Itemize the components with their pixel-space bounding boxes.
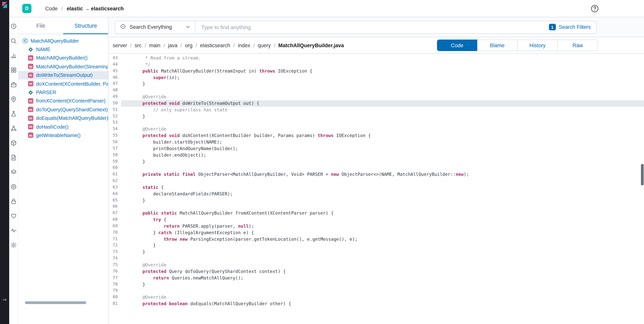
code-view-button[interactable]: Code (437, 40, 477, 51)
cube-icon[interactable] (10, 140, 17, 146)
chevron-down-icon (186, 24, 190, 31)
tab-file[interactable]: File (18, 17, 63, 34)
line-number[interactable]: 64 (109, 191, 121, 197)
bar-chart-icon[interactable] (10, 52, 17, 59)
line-number[interactable]: 76 (109, 268, 121, 275)
grid-icon[interactable] (10, 67, 17, 73)
pulse-icon[interactable] (10, 227, 17, 234)
clock-icon[interactable] (10, 23, 17, 30)
structure-item-dotoquery-queryshardcontext[interactable]: mdoToQuery(QueryShardContext) (18, 105, 108, 114)
briefcase-icon[interactable] (10, 81, 17, 88)
path-segment[interactable]: src (135, 43, 142, 48)
graph-nodes-icon[interactable] (10, 125, 17, 132)
line-number[interactable]: 74 (109, 255, 121, 262)
line-number[interactable]: 79 (109, 288, 121, 294)
line-number[interactable]: 69 (109, 223, 121, 230)
heart-icon[interactable] (10, 213, 17, 219)
search-input[interactable] (195, 21, 549, 33)
structure-item-matchallquerybuilder[interactable]: mMatchAllQueryBuilder() (18, 54, 108, 62)
line-number[interactable]: 53 (109, 120, 121, 126)
line-number[interactable]: 73 (109, 249, 121, 255)
line-number[interactable]: 47 (109, 81, 121, 87)
line-number[interactable]: 80 (109, 294, 121, 300)
line-number[interactable]: 71 (109, 236, 121, 242)
space-avatar[interactable]: D (22, 4, 32, 13)
code-line-text: @Override (121, 262, 644, 268)
gear-icon[interactable] (10, 242, 17, 248)
line-number[interactable]: 49 (109, 94, 121, 100)
line-number[interactable]: 52 (109, 113, 121, 120)
lock-icon[interactable] (10, 198, 17, 205)
horizontal-scrollbar[interactable] (25, 301, 86, 304)
line-number[interactable]: 65 (109, 197, 121, 204)
document-icon[interactable] (10, 154, 17, 161)
line-number[interactable]: 68 (109, 217, 121, 223)
breadcrumb-project[interactable]: elastic → elasticsearch (67, 6, 124, 11)
raw-view-button[interactable]: Raw (558, 40, 598, 51)
help-icon[interactable] (591, 5, 599, 13)
line-number[interactable]: 56 (109, 139, 121, 145)
structure-item-name[interactable]: NAME (18, 45, 108, 54)
path-segment[interactable]: java (168, 43, 178, 48)
tab-structure[interactable]: Structure (63, 17, 108, 34)
panel-tabs: File Structure (18, 17, 108, 34)
line-number[interactable]: 62 (109, 178, 121, 184)
path-segment[interactable]: index (238, 43, 250, 48)
line-number[interactable]: 75 (109, 262, 121, 268)
structure-item-getwriteablename[interactable]: mgetWriteableName() (18, 131, 108, 140)
code-line: 50 protected void doWriteTo(StreamOutput… (109, 100, 644, 107)
structure-item-matchallquerybuilder-streaminput[interactable]: mMatchAllQueryBuilder(StreamInput) (18, 62, 108, 71)
donut-icon[interactable] (10, 184, 17, 190)
code-line-text: * Read from a stream. (121, 55, 644, 61)
line-number[interactable]: 44 (109, 61, 121, 68)
search-filters-button[interactable]: 1 Search Filters (549, 24, 596, 30)
structure-item-doxcontent-xcontentbuilder-params[interactable]: mdoXContent(XContentBuilder, Params) (18, 79, 108, 88)
path-segment[interactable]: org (185, 43, 192, 48)
line-number[interactable]: 55 (109, 132, 121, 139)
line-number[interactable]: 57 (109, 145, 121, 152)
map-pin-icon[interactable] (10, 96, 17, 102)
breadcrumb-app[interactable]: Code (45, 6, 58, 11)
line-number[interactable]: 59 (109, 158, 121, 165)
line-number[interactable]: 63 (109, 184, 121, 191)
vertical-scrollbar[interactable] (641, 164, 644, 186)
search-scope-dropdown[interactable]: Search Everything (116, 21, 195, 33)
search-icon[interactable] (10, 38, 17, 44)
line-number[interactable]: 45 (109, 68, 121, 74)
beaker-icon[interactable] (10, 111, 17, 117)
line-number[interactable]: 54 (109, 126, 121, 133)
expand-nav-icon[interactable]: ⇒ (0, 297, 9, 302)
line-number[interactable]: 77 (109, 275, 121, 281)
path-segment[interactable]: elasticsearch (200, 43, 230, 48)
line-number[interactable]: 61 (109, 171, 121, 178)
path-segment[interactable]: server (113, 43, 127, 48)
line-number[interactable]: 60 (109, 165, 121, 172)
line-number[interactable]: 66 (109, 204, 121, 210)
filters-count-badge: 1 (549, 24, 556, 30)
structure-item-fromxcontent-xcontentparser[interactable]: mfromXContent(XContentParser) (18, 97, 108, 105)
line-number[interactable]: 78 (109, 281, 121, 288)
line-number[interactable]: 81 (109, 300, 121, 307)
kibana-logo-icon[interactable] (1, 2, 8, 9)
blame-view-button[interactable]: Blame (477, 40, 518, 51)
line-number[interactable]: 43 (109, 55, 121, 61)
line-number[interactable]: 51 (109, 107, 121, 113)
code-line-text: static { (121, 184, 644, 191)
layers-icon[interactable] (10, 169, 17, 176)
structure-item-doequals-matchallquerybuilder[interactable]: mdoEquals(MatchAllQueryBuilder) (18, 114, 108, 122)
line-number[interactable]: 58 (109, 152, 121, 158)
line-number[interactable]: 46 (109, 74, 121, 81)
line-number[interactable]: 67 (109, 210, 121, 217)
line-number[interactable]: 70 (109, 230, 121, 236)
structure-item-dowriteto-streamoutput[interactable]: mdoWriteTo(StreamOutput) (18, 71, 108, 79)
structure-item-parser[interactable]: PARSER (18, 88, 108, 97)
structure-item-dohashcode[interactable]: mdoHashCode() (18, 122, 108, 131)
line-number[interactable]: 50 (109, 100, 121, 107)
structure-item-matchallquerybuilder[interactable]: CMatchAllQueryBuilder (18, 37, 108, 45)
method-symbol-icon: m (28, 81, 33, 86)
path-segment[interactable]: query (258, 43, 271, 48)
path-segment[interactable]: main (149, 43, 160, 48)
line-number[interactable]: 48 (109, 87, 121, 94)
line-number[interactable]: 72 (109, 242, 121, 249)
history-view-button[interactable]: History (518, 40, 558, 51)
